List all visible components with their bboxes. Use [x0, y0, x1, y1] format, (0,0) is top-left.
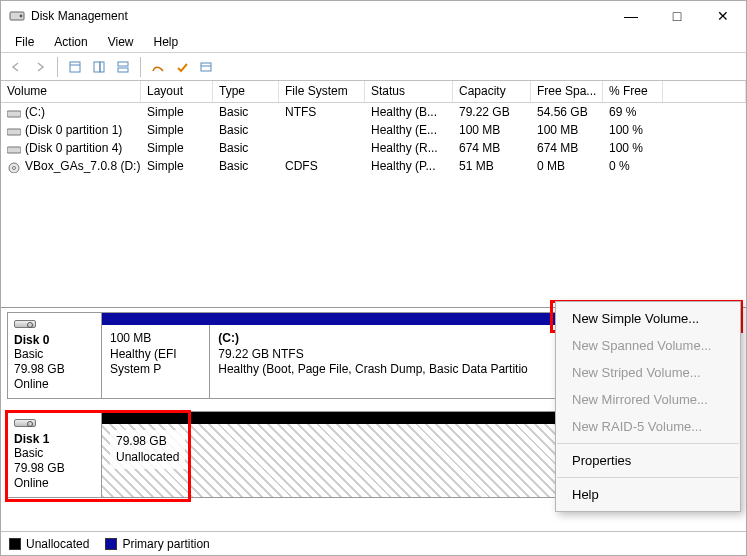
partition-line1: 100 MB: [110, 331, 201, 347]
toolbar-button-3[interactable]: [112, 56, 134, 78]
disk-type: Basic: [14, 347, 95, 362]
menuitem-new-striped-volume: New Striped Volume...: [556, 359, 740, 386]
svg-rect-7: [118, 68, 128, 72]
cell-layout: Simple: [141, 123, 213, 137]
toolbar-separator: [140, 57, 141, 77]
drive-icon: [7, 144, 21, 154]
col-freespace[interactable]: Free Spa...: [531, 81, 603, 102]
cell-capacity: 100 MB: [453, 123, 531, 137]
app-icon: [9, 8, 25, 24]
menuitem-new-simple-volume[interactable]: New Simple Volume...: [556, 305, 740, 332]
menuitem-new-raid5-volume: New RAID-5 Volume...: [556, 413, 740, 440]
legend-item-unallocated: Unallocated: [9, 537, 89, 551]
toolbar: [1, 53, 746, 81]
volume-name: (Disk 0 partition 1): [25, 123, 122, 137]
toolbar-button-1[interactable]: [64, 56, 86, 78]
svg-point-14: [13, 166, 16, 169]
toolbar-button-5[interactable]: [171, 56, 193, 78]
cell-pct: 100 %: [603, 141, 663, 155]
cell-capacity: 51 MB: [453, 159, 531, 173]
col-status[interactable]: Status: [365, 81, 453, 102]
col-volume[interactable]: Volume: [1, 81, 141, 102]
partition-line1: 79.98 GB: [116, 434, 179, 450]
cell-fs: CDFS: [279, 159, 365, 173]
titlebar: Disk Management — □ ✕: [1, 1, 746, 31]
cell-status: Healthy (B...: [365, 105, 453, 119]
cell-free: 54.56 GB: [531, 105, 603, 119]
minimize-button[interactable]: —: [608, 1, 654, 31]
col-type[interactable]: Type: [213, 81, 279, 102]
svg-rect-4: [94, 62, 100, 72]
volume-row[interactable]: (Disk 0 partition 1) Simple Basic Health…: [1, 121, 746, 139]
svg-rect-11: [7, 129, 21, 135]
context-menu-separator: [557, 443, 739, 444]
back-button[interactable]: [5, 56, 27, 78]
cell-capacity: 79.22 GB: [453, 105, 531, 119]
cell-status: Healthy (P...: [365, 159, 453, 173]
cell-type: Basic: [213, 105, 279, 119]
disk-title: Disk 0: [14, 333, 95, 347]
partition-box[interactable]: 100 MB Healthy (EFI System P: [102, 325, 210, 398]
drive-icon: [7, 108, 21, 118]
toolbar-separator: [57, 57, 58, 77]
volume-row[interactable]: (Disk 0 partition 4) Simple Basic Health…: [1, 139, 746, 157]
cell-layout: Simple: [141, 105, 213, 119]
disk-info[interactable]: Disk 1 Basic 79.98 GB Online: [8, 412, 102, 497]
drive-icon: [7, 126, 21, 136]
col-pctfree[interactable]: % Free: [603, 81, 663, 102]
cell-fs: NTFS: [279, 105, 365, 119]
volume-row[interactable]: VBox_GAs_7.0.8 (D:) Simple Basic CDFS He…: [1, 157, 746, 175]
cell-free: 674 MB: [531, 141, 603, 155]
col-capacity[interactable]: Capacity: [453, 81, 531, 102]
swatch-primary: [105, 538, 117, 550]
forward-button[interactable]: [29, 56, 51, 78]
column-headers: Volume Layout Type File System Status Ca…: [1, 81, 746, 103]
menubar: File Action View Help: [1, 31, 746, 53]
col-spacer: [663, 81, 746, 102]
cell-type: Basic: [213, 123, 279, 137]
cell-layout: Simple: [141, 141, 213, 155]
partition-line2: Healthy (EFI System P: [110, 347, 201, 378]
col-layout[interactable]: Layout: [141, 81, 213, 102]
cell-type: Basic: [213, 159, 279, 173]
menu-help[interactable]: Help: [144, 33, 189, 51]
swatch-unallocated: [9, 538, 21, 550]
cell-capacity: 674 MB: [453, 141, 531, 155]
cell-type: Basic: [213, 141, 279, 155]
svg-rect-6: [118, 62, 128, 66]
toolbar-button-4[interactable]: [147, 56, 169, 78]
disk-info[interactable]: Disk 0 Basic 79.98 GB Online: [8, 313, 102, 398]
menu-action[interactable]: Action: [44, 33, 97, 51]
menu-file[interactable]: File: [5, 33, 44, 51]
cell-free: 100 MB: [531, 123, 603, 137]
col-filesystem[interactable]: File System: [279, 81, 365, 102]
disk-title: Disk 1: [14, 432, 95, 446]
context-menu-separator: [557, 477, 739, 478]
svg-rect-8: [201, 63, 211, 71]
svg-rect-10: [7, 111, 21, 117]
cell-free: 0 MB: [531, 159, 603, 173]
volume-row[interactable]: (C:) Simple Basic NTFS Healthy (B... 79.…: [1, 103, 746, 121]
disk-state: Online: [14, 476, 95, 491]
cell-layout: Simple: [141, 159, 213, 173]
toolbar-button-2[interactable]: [88, 56, 110, 78]
disk-icon: [14, 320, 36, 328]
disk-size: 79.98 GB: [14, 461, 95, 476]
legend-label: Primary partition: [122, 537, 209, 551]
partition-line2: Unallocated: [116, 450, 179, 466]
maximize-button[interactable]: □: [654, 1, 700, 31]
disk-type: Basic: [14, 446, 95, 461]
svg-rect-12: [7, 147, 21, 153]
legend-item-primary: Primary partition: [105, 537, 209, 551]
toolbar-button-6[interactable]: [195, 56, 217, 78]
close-button[interactable]: ✕: [700, 1, 746, 31]
volume-name: (Disk 0 partition 4): [25, 141, 122, 155]
menuitem-new-mirrored-volume: New Mirrored Volume...: [556, 386, 740, 413]
cell-status: Healthy (R...: [365, 141, 453, 155]
cell-pct: 100 %: [603, 123, 663, 137]
menuitem-help[interactable]: Help: [556, 481, 740, 508]
menu-view[interactable]: View: [98, 33, 144, 51]
menuitem-properties[interactable]: Properties: [556, 447, 740, 474]
disc-icon: [7, 162, 21, 172]
disk-size: 79.98 GB: [14, 362, 95, 377]
